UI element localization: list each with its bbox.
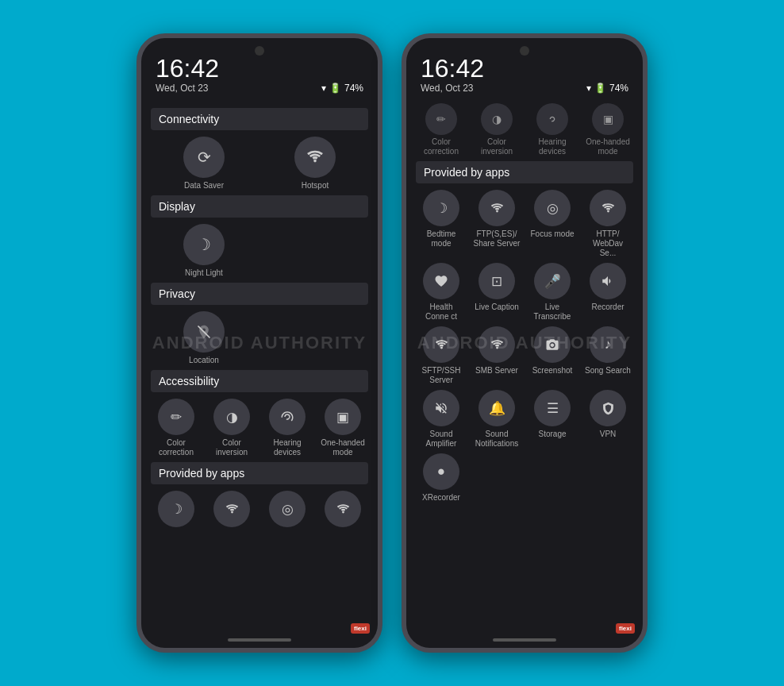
data-saver-label: Data Saver <box>184 181 224 191</box>
color-inversion-top-label: Color inversion <box>473 137 521 156</box>
provided-by-apps-header-left: Provided by apps <box>151 462 368 484</box>
privacy-tiles: Location <box>151 311 368 365</box>
http-partial-icon <box>325 491 361 527</box>
sftp-icon <box>423 326 459 363</box>
home-indicator-right <box>493 638 556 642</box>
color-correction-icon: ✏ <box>158 399 194 435</box>
home-indicator-left <box>228 638 291 642</box>
tile-recorder[interactable]: Recorder <box>582 263 633 322</box>
http-icon <box>590 190 626 226</box>
live-caption-icon: ⊡ <box>478 263 515 299</box>
one-handed-top-icon: ▣ <box>592 103 624 135</box>
one-handed-label: One-handed mode <box>319 438 367 457</box>
tile-sftp[interactable]: SFTP/SSH Server <box>416 326 467 385</box>
recorder-icon <box>590 263 626 299</box>
ftp-partial-icon <box>213 491 250 527</box>
tile-screenshot[interactable]: Screenshot <box>527 326 578 385</box>
ftp-label: FTP(S,ES)/ Share Server <box>473 229 521 249</box>
color-inversion-icon: ◑ <box>213 399 250 435</box>
location-icon <box>183 311 225 353</box>
sound-notifications-icon: 🔔 <box>478 390 515 426</box>
ftp-icon <box>478 190 515 226</box>
tile-color-correction-top[interactable]: ✏ Color correction <box>416 103 467 156</box>
data-saver-icon: ⟳ <box>183 137 225 178</box>
live-transcribe-icon: 🎤 <box>534 263 571 299</box>
tile-health[interactable]: Health Conne ct <box>416 263 467 322</box>
tile-bedtime[interactable]: ☽ Bedtime mode <box>416 190 467 258</box>
tile-night-light[interactable]: ☽ Night Light <box>151 224 257 278</box>
vpn-icon <box>590 390 626 426</box>
tile-color-inversion-top[interactable]: ◑ Color inversion <box>471 103 522 156</box>
flexi-badge-right: flexi <box>616 623 635 634</box>
hotspot-icon <box>294 137 336 178</box>
hearing-devices-icon <box>269 399 306 435</box>
tile-smb[interactable]: SMB Server <box>471 326 522 385</box>
focus-partial-icon: ◎ <box>269 491 306 527</box>
http-label: HTTP/ WebDav Se... <box>584 229 632 258</box>
tile-xrecorder[interactable]: ● XRecorder <box>416 453 467 503</box>
connectivity-tiles: ⟳ Data Saver Hotspot <box>151 137 368 191</box>
qs-content-right[interactable]: ✏ Color correction ◑ Color inversion Hea… <box>406 97 643 639</box>
wifi-icon-right: ▾ <box>586 83 591 94</box>
tile-ftp-partial[interactable] <box>206 491 257 527</box>
date-right: Wed, Oct 23 <box>421 83 484 94</box>
tile-color-inversion[interactable]: ◑ Color inversion <box>206 399 257 457</box>
bedtime-label: Bedtime mode <box>417 229 465 249</box>
hotspot-label: Hotspot <box>302 181 329 191</box>
health-icon <box>423 263 459 299</box>
screenshot-label: Screenshot <box>532 366 573 376</box>
battery-percent-left: 74% <box>344 83 363 94</box>
color-correction-top-label: Color correction <box>417 137 465 156</box>
tile-one-handed-top[interactable]: ▣ One-handed mode <box>582 103 633 156</box>
smb-label: SMB Server <box>475 366 518 376</box>
time-right: 16:42 <box>421 56 484 81</box>
color-inversion-label: Color inversion <box>208 438 256 457</box>
night-light-label: Night Light <box>185 268 223 278</box>
live-caption-label: Live Caption <box>475 303 519 312</box>
display-tiles: ☽ Night Light <box>151 224 368 278</box>
tile-color-correction[interactable]: ✏ Color correction <box>151 399 202 457</box>
tile-ftp[interactable]: FTP(S,ES)/ Share Server <box>471 190 522 258</box>
sound-notifications-label: Sound Notifications <box>473 430 521 449</box>
tile-data-saver[interactable]: ⟳ Data Saver <box>151 137 257 191</box>
storage-label: Storage <box>538 430 566 439</box>
tile-focus[interactable]: ◎ Focus mode <box>527 190 578 258</box>
tile-location[interactable]: Location <box>151 311 257 365</box>
provided-tiles-left: ☽ ◎ <box>151 491 368 527</box>
partial-top-tiles: ✏ Color correction ◑ Color inversion Hea… <box>416 103 633 156</box>
tile-http[interactable]: HTTP/ WebDav Se... <box>582 190 633 258</box>
battery-icon-left: 🔋 <box>329 83 341 94</box>
tile-hotspot[interactable]: Hotspot <box>262 137 368 191</box>
bedtime-icon: ☽ <box>423 190 459 226</box>
tile-http-partial[interactable] <box>317 491 368 527</box>
time-left: 16:42 <box>156 56 219 81</box>
tile-bedtime-partial[interactable]: ☽ <box>151 491 202 527</box>
night-light-icon: ☽ <box>183 224 225 265</box>
privacy-header: Privacy <box>151 283 368 305</box>
tile-live-transcribe[interactable]: 🎤 Live Transcribe <box>527 263 578 322</box>
phones-container: 16:42 Wed, Oct 23 ▾ 🔋 74% Connectivity ⟳… <box>136 33 648 653</box>
wifi-icon-left: ▾ <box>321 83 326 94</box>
tile-vpn[interactable]: VPN <box>582 390 633 449</box>
tile-storage[interactable]: ☰ Storage <box>527 390 578 449</box>
tile-sound-notifications[interactable]: 🔔 Sound Notifications <box>471 390 522 449</box>
display-header: Display <box>151 195 368 218</box>
time-date-left: 16:42 Wed, Oct 23 <box>156 56 219 94</box>
phone-right-inner: 16:42 Wed, Oct 23 ▾ 🔋 74% ✏ Color correc… <box>406 38 643 648</box>
accessibility-header: Accessibility <box>151 370 368 392</box>
camera-notch-left <box>255 46 264 56</box>
qs-content-left[interactable]: Connectivity ⟳ Data Saver Hotspot Displa… <box>141 97 378 639</box>
tile-song-search[interactable]: ♪ Song Search <box>582 326 633 385</box>
one-handed-icon: ▣ <box>325 399 361 435</box>
xrecorder-label: XRecorder <box>422 493 460 503</box>
phone-left: 16:42 Wed, Oct 23 ▾ 🔋 74% Connectivity ⟳… <box>136 33 382 653</box>
time-date-right: 16:42 Wed, Oct 23 <box>421 56 484 94</box>
tile-hearing-top[interactable]: Hearing devices <box>527 103 578 156</box>
tile-hearing-devices[interactable]: Hearing devices <box>262 399 313 457</box>
bedtime-partial-icon: ☽ <box>158 491 194 527</box>
tile-one-handed[interactable]: ▣ One-handed mode <box>317 399 368 457</box>
tile-sound-amplifier[interactable]: Sound Amplifier <box>416 390 467 449</box>
battery-icon-right: 🔋 <box>594 83 606 94</box>
tile-focus-partial[interactable]: ◎ <box>262 491 313 527</box>
tile-live-caption[interactable]: ⊡ Live Caption <box>471 263 522 322</box>
